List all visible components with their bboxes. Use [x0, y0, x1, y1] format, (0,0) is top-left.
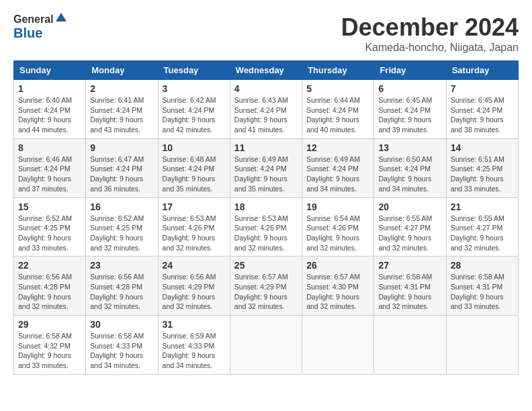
day-info: Sunrise: 6:43 AM Sunset: 4:24 PM Dayligh… — [234, 95, 298, 135]
day-number: 8 — [18, 142, 81, 153]
day-info: Sunrise: 6:48 AM Sunset: 4:24 PM Dayligh… — [163, 154, 226, 194]
day-cell-2: 2 Sunrise: 6:41 AM Sunset: 4:24 PM Dayli… — [86, 80, 158, 139]
day-cell-15: 15 Sunrise: 6:52 AM Sunset: 4:25 PM Dayl… — [14, 197, 86, 257]
calendar-week-5: 29 Sunrise: 6:58 AM Sunset: 4:32 PM Dayl… — [14, 316, 519, 375]
day-number: 2 — [90, 83, 153, 94]
day-cell-31: 31 Sunrise: 6:59 AM Sunset: 4:33 PM Dayl… — [158, 316, 230, 375]
day-number: 10 — [163, 142, 226, 153]
calendar-table: Sunday Monday Tuesday Wednesday Thursday… — [13, 60, 519, 375]
day-cell-25: 25 Sunrise: 6:57 AM Sunset: 4:29 PM Dayl… — [230, 257, 302, 316]
day-cell-14: 14 Sunrise: 6:51 AM Sunset: 4:25 PM Dayl… — [446, 138, 518, 197]
calendar-week-1: 1 Sunrise: 6:40 AM Sunset: 4:24 PM Dayli… — [14, 80, 519, 139]
page-header: General Blue December 2024 Kameda-honcho… — [13, 13, 519, 54]
day-cell-18: 18 Sunrise: 6:53 AM Sunset: 4:26 PM Dayl… — [230, 197, 302, 257]
day-number: 5 — [306, 83, 369, 94]
day-info: Sunrise: 6:55 AM Sunset: 4:27 PM Dayligh… — [451, 214, 514, 253]
day-cell-30: 30 Sunrise: 6:58 AM Sunset: 4:33 PM Dayl… — [86, 316, 158, 375]
col-saturday: Saturday — [446, 61, 518, 80]
day-number: 1 — [18, 83, 81, 94]
day-info: Sunrise: 6:42 AM Sunset: 4:24 PM Dayligh… — [163, 95, 226, 135]
day-cell-4: 4 Sunrise: 6:43 AM Sunset: 4:24 PM Dayli… — [230, 80, 302, 139]
day-number: 18 — [234, 201, 298, 212]
day-info: Sunrise: 6:47 AM Sunset: 4:24 PM Dayligh… — [90, 154, 153, 194]
day-number: 17 — [163, 201, 226, 212]
col-monday: Monday — [86, 61, 158, 80]
day-info: Sunrise: 6:56 AM Sunset: 4:28 PM Dayligh… — [90, 272, 153, 312]
day-info: Sunrise: 6:56 AM Sunset: 4:29 PM Dayligh… — [163, 272, 226, 312]
day-number: 22 — [18, 260, 81, 271]
day-number: 3 — [163, 83, 226, 94]
day-number: 15 — [18, 201, 81, 212]
day-info: Sunrise: 6:58 AM Sunset: 4:33 PM Dayligh… — [90, 331, 153, 371]
day-info: Sunrise: 6:52 AM Sunset: 4:25 PM Dayligh… — [18, 214, 81, 253]
day-number: 21 — [451, 201, 514, 212]
day-number: 23 — [90, 260, 153, 271]
day-info: Sunrise: 6:53 AM Sunset: 4:26 PM Dayligh… — [163, 214, 226, 253]
day-info: Sunrise: 6:57 AM Sunset: 4:30 PM Dayligh… — [306, 272, 369, 312]
day-info: Sunrise: 6:58 AM Sunset: 4:31 PM Dayligh… — [451, 272, 514, 312]
day-info: Sunrise: 6:52 AM Sunset: 4:25 PM Dayligh… — [90, 214, 153, 253]
day-cell-27: 27 Sunrise: 6:58 AM Sunset: 4:31 PM Dayl… — [374, 257, 446, 316]
calendar-header-row: Sunday Monday Tuesday Wednesday Thursday… — [14, 61, 519, 80]
empty-cell — [302, 316, 374, 375]
title-block: December 2024 Kameda-honcho, Niigata, Ja… — [341, 13, 519, 54]
col-friday: Friday — [374, 61, 446, 80]
day-cell-23: 23 Sunrise: 6:56 AM Sunset: 4:28 PM Dayl… — [86, 257, 158, 316]
day-number: 7 — [451, 83, 514, 94]
day-number: 29 — [18, 319, 81, 330]
day-cell-20: 20 Sunrise: 6:55 AM Sunset: 4:27 PM Dayl… — [374, 197, 446, 257]
day-info: Sunrise: 6:55 AM Sunset: 4:27 PM Dayligh… — [378, 214, 441, 253]
day-cell-7: 7 Sunrise: 6:45 AM Sunset: 4:24 PM Dayli… — [446, 80, 518, 139]
location-title: Kameda-honcho, Niigata, Japan — [341, 42, 519, 54]
day-info: Sunrise: 6:45 AM Sunset: 4:24 PM Dayligh… — [451, 95, 514, 135]
day-cell-13: 13 Sunrise: 6:50 AM Sunset: 4:24 PM Dayl… — [374, 138, 446, 197]
day-number: 19 — [306, 201, 369, 212]
empty-cell — [374, 316, 446, 375]
day-cell-8: 8 Sunrise: 6:46 AM Sunset: 4:24 PM Dayli… — [14, 138, 86, 197]
day-cell-3: 3 Sunrise: 6:42 AM Sunset: 4:24 PM Dayli… — [158, 80, 230, 139]
day-info: Sunrise: 6:58 AM Sunset: 4:31 PM Dayligh… — [378, 272, 441, 312]
day-info: Sunrise: 6:49 AM Sunset: 4:24 PM Dayligh… — [234, 154, 298, 194]
day-number: 30 — [90, 319, 153, 330]
day-number: 11 — [234, 142, 298, 153]
logo-general-text: General — [13, 13, 54, 26]
day-cell-5: 5 Sunrise: 6:44 AM Sunset: 4:24 PM Dayli… — [302, 80, 374, 139]
day-info: Sunrise: 6:58 AM Sunset: 4:32 PM Dayligh… — [18, 331, 81, 371]
month-title: December 2024 — [341, 13, 519, 42]
col-sunday: Sunday — [14, 61, 86, 80]
day-cell-1: 1 Sunrise: 6:40 AM Sunset: 4:24 PM Dayli… — [14, 80, 86, 139]
day-cell-17: 17 Sunrise: 6:53 AM Sunset: 4:26 PM Dayl… — [158, 197, 230, 257]
day-cell-21: 21 Sunrise: 6:55 AM Sunset: 4:27 PM Dayl… — [446, 197, 518, 257]
logo: General Blue — [13, 13, 67, 40]
day-info: Sunrise: 6:40 AM Sunset: 4:24 PM Dayligh… — [18, 95, 81, 135]
day-cell-6: 6 Sunrise: 6:45 AM Sunset: 4:24 PM Dayli… — [374, 80, 446, 139]
empty-cell — [230, 316, 302, 375]
day-number: 12 — [306, 142, 369, 153]
day-cell-22: 22 Sunrise: 6:56 AM Sunset: 4:28 PM Dayl… — [14, 257, 86, 316]
logo-blue-text: Blue — [13, 26, 67, 40]
calendar-week-4: 22 Sunrise: 6:56 AM Sunset: 4:28 PM Dayl… — [14, 257, 519, 316]
calendar-week-3: 15 Sunrise: 6:52 AM Sunset: 4:25 PM Dayl… — [14, 197, 519, 257]
day-info: Sunrise: 6:41 AM Sunset: 4:24 PM Dayligh… — [90, 95, 153, 135]
day-number: 31 — [163, 319, 226, 330]
day-info: Sunrise: 6:44 AM Sunset: 4:24 PM Dayligh… — [306, 95, 369, 135]
day-cell-11: 11 Sunrise: 6:49 AM Sunset: 4:24 PM Dayl… — [230, 138, 302, 197]
day-info: Sunrise: 6:49 AM Sunset: 4:24 PM Dayligh… — [306, 154, 369, 194]
day-number: 4 — [234, 83, 298, 94]
day-number: 13 — [378, 142, 441, 153]
day-number: 6 — [378, 83, 441, 94]
day-number: 26 — [306, 260, 369, 271]
day-cell-28: 28 Sunrise: 6:58 AM Sunset: 4:31 PM Dayl… — [446, 257, 518, 316]
day-cell-16: 16 Sunrise: 6:52 AM Sunset: 4:25 PM Dayl… — [86, 197, 158, 257]
day-number: 27 — [378, 260, 441, 271]
day-cell-12: 12 Sunrise: 6:49 AM Sunset: 4:24 PM Dayl… — [302, 138, 374, 197]
day-info: Sunrise: 6:45 AM Sunset: 4:24 PM Dayligh… — [378, 95, 441, 135]
day-info: Sunrise: 6:56 AM Sunset: 4:28 PM Dayligh… — [18, 272, 81, 312]
empty-cell — [446, 316, 518, 375]
col-wednesday: Wednesday — [230, 61, 302, 80]
day-number: 9 — [90, 142, 153, 153]
day-number: 28 — [451, 260, 514, 271]
day-cell-19: 19 Sunrise: 6:54 AM Sunset: 4:26 PM Dayl… — [302, 197, 374, 257]
day-number: 20 — [378, 201, 441, 212]
day-info: Sunrise: 6:54 AM Sunset: 4:26 PM Dayligh… — [306, 214, 369, 253]
